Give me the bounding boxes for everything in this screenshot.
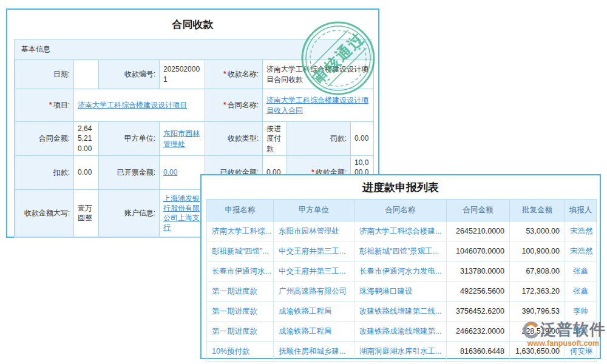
cell-declaration-name[interactable]: 济南大学工科综... (207, 221, 274, 241)
cell-approved: 100,900.00 (510, 241, 565, 261)
page-title: 合同收款 (7, 10, 378, 39)
cell-reporter[interactable]: 田静 (565, 322, 597, 342)
project-value: 济南大学工科综合楼建设设计项目 (74, 89, 205, 122)
table-row: 第一期进度款 成渝铁路工程局 改建铁路线增建第二线... 3756452.620… (207, 302, 597, 322)
cell-amount: 313780.0000 (447, 261, 510, 281)
required-asterisk: * (223, 101, 226, 109)
account-info-value: 上海浦发银行股份有限公司上海支行 (160, 189, 205, 237)
receipt-type-value: 按进度付款 (263, 122, 287, 156)
contract-name-value: 济南大学工科综合楼建设设计项目收入合同 (263, 89, 374, 122)
cell-amount: 816360.6448 (447, 342, 510, 362)
cell-contract[interactable]: 珠海鹤港口建设 (354, 281, 447, 302)
col-header-contract: 合同名称 (354, 200, 447, 221)
cell-declaration-name[interactable]: 第一期进度款 (207, 302, 274, 322)
required-asterisk: * (49, 101, 52, 109)
table-row: 彭祖新城“四馆”... 中交王府井第三工... 彭祖新城“四馆”景观工... 1… (207, 241, 597, 261)
cell-contract[interactable]: 湖南洞庭湖水库引水工... (354, 342, 447, 362)
cell-approved: 390,796.53 (510, 302, 565, 322)
cell-declaration-name[interactable]: 第一期进度款 (207, 281, 274, 302)
contract-name-label: *合同名称: (205, 89, 263, 122)
cell-approved: 67,908.00 (510, 261, 565, 281)
invoiced-amount-link[interactable]: 0.00 (163, 168, 177, 177)
penalty-value: 0.00 (351, 122, 374, 156)
contract-amount-value: 2,645,210.00 (74, 122, 99, 156)
cell-party[interactable]: 中交王府井第三工... (274, 241, 354, 261)
invoiced-amount-value: 0.00 (160, 156, 205, 190)
list-title: 进度款申报列表 (202, 175, 600, 199)
deduction-label: 扣款: (15, 156, 74, 190)
cell-contract[interactable]: 改建铁路成渝线增建第... (354, 322, 447, 342)
cell-approved: 1,630,650.00 (510, 342, 565, 362)
receipt-type-label: 收款类型: (205, 122, 263, 156)
cell-contract[interactable]: 改建铁路线增建第二线... (354, 302, 447, 322)
cell-contract[interactable]: 长春市伊通河水力发电... (354, 261, 447, 281)
cell-amount: 492256.5600 (447, 281, 510, 302)
cell-contract[interactable]: 济南大学工科综合楼建... (354, 221, 447, 241)
declaration-table: 申报名称 甲方单位 合同名称 合同金额 批复金额 填报人 济南大学工科综... … (206, 199, 597, 362)
cell-reporter[interactable]: 何安琳 (565, 342, 597, 362)
amount-in-words-label: 收款金额大写: (15, 189, 74, 237)
cell-reporter[interactable]: 宋浩然 (565, 221, 597, 241)
cell-amount: 3756452.6200 (447, 302, 510, 322)
cell-amount: 2645210.0000 (447, 221, 510, 241)
cell-party[interactable]: 抚顺住房和城乡建... (274, 342, 354, 362)
col-header-name: 申报名称 (207, 200, 274, 221)
cell-reporter[interactable]: 李帅 (565, 302, 597, 322)
receipt-name-value: 济南大学工科综合楼建设设计项目合同收款 (263, 60, 374, 89)
required-asterisk: * (223, 70, 226, 78)
table-row: 第一期进度款 广州高速路有限公司 珠海鹤港口建设 492256.5600 172… (207, 281, 597, 302)
contract-amount-label: 合同金额: (15, 122, 74, 156)
col-header-reporter: 填报人 (565, 200, 597, 221)
cell-approved: 172,363.20 (510, 281, 565, 302)
cell-reporter[interactable]: 张鑫 (565, 281, 597, 302)
table-row: 10%预付款 抚顺住房和城乡建... 湖南洞庭湖水库引水工... 816360.… (207, 342, 597, 362)
col-header-approved: 批复金额 (510, 200, 565, 221)
penalty-label: 罚款: (287, 122, 351, 156)
receipt-no-value: 2025020001 (160, 60, 205, 89)
receipt-name-label: *收款名称: (205, 60, 263, 89)
party-a-link[interactable]: 东阳市园林管理处 (163, 129, 200, 147)
cell-amount: 2466232.0000 (447, 322, 510, 342)
receipt-no-label: 收款编号: (99, 60, 160, 89)
invoiced-amount-label: 已开票金额: (99, 156, 160, 190)
contract-name-link[interactable]: 济南大学工科综合楼建设设计项目收入合同 (266, 96, 368, 114)
party-a-value: 东阳市园林管理处 (160, 122, 205, 156)
cell-declaration-name[interactable]: 第一期进度款 (207, 322, 274, 342)
col-header-party: 甲方单位 (274, 200, 354, 221)
cell-party[interactable]: 中交王府井第三工... (274, 261, 354, 281)
project-label: *项目: (15, 89, 74, 122)
cell-declaration-name[interactable]: 长春市伊通河水... (207, 261, 274, 281)
cell-declaration-name[interactable]: 10%预付款 (207, 342, 274, 362)
cell-party[interactable]: 广州高速路有限公司 (274, 281, 354, 302)
table-row: 济南大学工科综... 东阳市园林管理处 济南大学工科综合楼建... 264521… (207, 221, 597, 241)
cell-approved: 228,519.00 (510, 322, 565, 342)
section-header: 基本信息 (15, 39, 371, 59)
table-row: 第一期进度款 成渝铁路工程局 改建铁路成渝线增建第... 2466232.000… (207, 322, 597, 342)
date-label: 日期: (15, 60, 74, 89)
cell-contract[interactable]: 彭祖新城“四馆”景观工... (354, 241, 447, 261)
cell-amount: 1046070.0000 (447, 241, 510, 261)
cell-party[interactable]: 成渝铁路工程局 (274, 302, 354, 322)
account-info-link[interactable]: 上海浦发银行股份有限公司上海支行 (163, 194, 200, 232)
progress-declaration-panel: 进度款申报列表 申报名称 甲方单位 合同名称 合同金额 批复金额 填报人 济南大… (200, 174, 601, 359)
cell-party[interactable]: 成渝铁路工程局 (274, 322, 354, 342)
project-link[interactable]: 济南大学工科综合楼建设设计项目 (78, 101, 187, 109)
cell-approved: 53,000.00 (510, 221, 565, 241)
deduction-value: 0.00 (74, 156, 99, 190)
col-header-amount: 合同金额 (447, 200, 510, 221)
party-a-label: 甲方单位: (99, 122, 160, 156)
table-row: 长春市伊通河水... 中交王府井第三工... 长春市伊通河水力发电... 313… (207, 261, 597, 281)
account-info-label: 账户信息: (99, 189, 160, 237)
amount-in-words-value: 壹万圆整 (74, 189, 99, 237)
table-header-row: 申报名称 甲方单位 合同名称 合同金额 批复金额 填报人 (207, 200, 597, 221)
cell-declaration-name[interactable]: 彭祖新城“四馆”... (207, 241, 274, 261)
cell-reporter[interactable]: 宋浩然 (565, 241, 597, 261)
cell-reporter[interactable]: 张鑫 (565, 261, 597, 281)
cell-party[interactable]: 东阳市园林管理处 (274, 221, 354, 241)
date-value[interactable] (74, 60, 99, 89)
